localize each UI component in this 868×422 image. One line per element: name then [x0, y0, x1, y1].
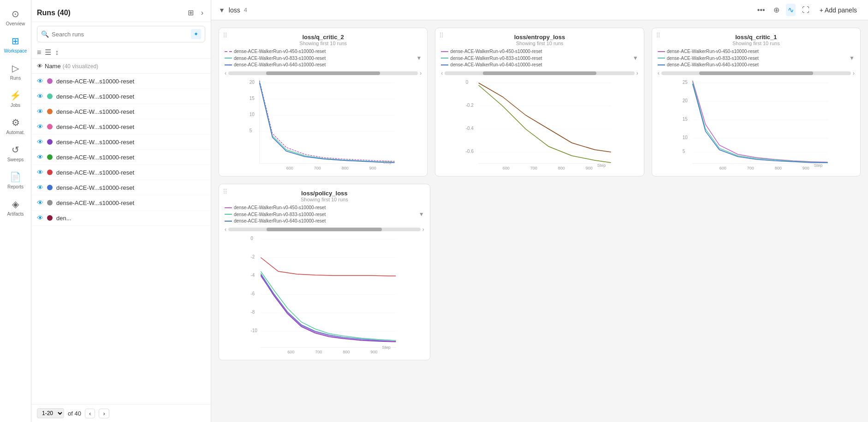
- chart-scroll: ‹ ›: [225, 226, 424, 233]
- svg-text:-10: -10: [250, 328, 257, 333]
- svg-text:700: 700: [530, 166, 537, 170]
- legend-item: dense-ACE-WalkerRun-v0-640-s10000-reset: [225, 218, 424, 223]
- table-icon-button[interactable]: ⊞: [186, 7, 196, 18]
- sidebar-item-automations[interactable]: ⚙Automat.: [0, 112, 31, 140]
- edit-button[interactable]: ✎: [398, 32, 405, 40]
- scroll-left-button[interactable]: ‹: [658, 70, 660, 76]
- more-button[interactable]: •••: [632, 32, 640, 40]
- next-page-button[interactable]: ›: [99, 409, 109, 418]
- scroll-left-button[interactable]: ‹: [225, 70, 226, 76]
- sidebar-item-runs[interactable]: ▷Runs: [0, 58, 31, 85]
- expand-button[interactable]: ⛶: [407, 32, 414, 40]
- charts-grid-bottom: ⠿ loss/policy_loss Showing first 10 runs…: [219, 184, 861, 360]
- filter-icon-button[interactable]: ✦: [191, 29, 201, 39]
- left-panel: Runs (40) ⊞ › 🔍 ✦ ≡ ☰ ↕ 👁 Name (40 visua…: [31, 0, 211, 422]
- copy-button[interactable]: ⧉: [600, 32, 606, 40]
- svg-text:0: 0: [466, 80, 469, 85]
- legend-expand-icon[interactable]: ▼: [849, 55, 855, 61]
- run-color-dot: [47, 154, 53, 160]
- eye-icon: 👁: [37, 199, 43, 206]
- run-color-dot: [47, 185, 53, 190]
- legend-expand-icon[interactable]: ▼: [633, 55, 638, 61]
- more-options-button[interactable]: •••: [755, 4, 767, 16]
- sidebar-item-jobs[interactable]: ⚡Jobs: [0, 85, 31, 112]
- section-name: loss: [229, 6, 240, 14]
- legend-color: [441, 51, 448, 52]
- sidebar-item-artifacts[interactable]: ◈Artifacts: [0, 194, 31, 221]
- smoothing-button[interactable]: ∿: [786, 4, 796, 16]
- run-item[interactable]: 👁 dense-ACE-W...s10000-reset: [31, 165, 211, 180]
- filter-toolbar-icon[interactable]: ≡: [37, 48, 41, 57]
- legend-label: dense-ACE-WalkerRun-v0-450-s10000-reset: [450, 49, 542, 54]
- edit-button[interactable]: ✎: [615, 32, 621, 40]
- artifacts-icon: ◈: [12, 199, 19, 210]
- legend-expand-icon[interactable]: ▼: [419, 211, 424, 217]
- drag-handle[interactable]: ⠿: [223, 188, 227, 195]
- legend-color: [658, 58, 665, 59]
- run-color-dot: [47, 170, 53, 175]
- sidebar-item-workspace[interactable]: ⊞Workspace: [0, 31, 31, 58]
- search-bar: 🔍 ✦: [37, 26, 205, 42]
- run-item[interactable]: 👁 dense-ACE-W...s10000-reset: [31, 180, 211, 195]
- search-input[interactable]: [52, 31, 188, 38]
- drag-handle[interactable]: ⠿: [439, 32, 444, 39]
- prev-page-button[interactable]: ‹: [85, 409, 95, 418]
- sidebar-item-reports[interactable]: 📄Reports: [0, 167, 31, 194]
- sidebar-item-overview[interactable]: ⊙Overview: [0, 4, 31, 31]
- run-item[interactable]: 👁 dense-ACE-W...s10000-reset: [31, 135, 211, 150]
- expand-button[interactable]: ⛶: [623, 32, 630, 40]
- page-range-select[interactable]: 1-20 1-40: [37, 408, 64, 418]
- fullscreen-button[interactable]: ⛶: [800, 4, 811, 16]
- scroll-right-button[interactable]: ›: [636, 70, 638, 76]
- run-item[interactable]: 👁 dense-ACE-W...s10000-reset: [31, 104, 211, 119]
- scroll-right-button[interactable]: ›: [853, 70, 855, 76]
- sidebar-item-sweeps[interactable]: ↺Sweeps: [0, 140, 31, 167]
- crosshair-button[interactable]: ⊕: [772, 4, 781, 16]
- sidebar-item-label-workspace: Workspace: [4, 48, 27, 53]
- drag-handle[interactable]: ⠿: [223, 32, 227, 39]
- section-toggle[interactable]: ▼ loss 4: [219, 6, 247, 14]
- svg-text:800: 800: [558, 166, 565, 170]
- workspace-icon: ⊞: [12, 35, 19, 47]
- expand-icon-button[interactable]: ›: [199, 8, 205, 18]
- copy-button[interactable]: ⧉: [384, 32, 390, 40]
- legend-item: dense-ACE-WalkerRun-v0-833-s10000-reset …: [658, 55, 855, 61]
- scroll-left-button[interactable]: ‹: [441, 70, 443, 76]
- add-panels-button[interactable]: + Add panels: [816, 5, 861, 16]
- run-item[interactable]: 👁 dense-ACE-W...s10000-reset: [31, 150, 211, 165]
- section-count: 4: [244, 6, 247, 13]
- run-item[interactable]: 👁 den...: [31, 211, 211, 226]
- share-button[interactable]: ↑: [392, 32, 397, 40]
- runs-title: Runs (40): [37, 9, 71, 17]
- scroll-right-button[interactable]: ›: [420, 70, 422, 76]
- columns-toolbar-icon[interactable]: ☰: [45, 48, 51, 57]
- scroll-right-button[interactable]: ›: [422, 226, 424, 233]
- run-color-dot: [47, 124, 53, 129]
- chart-subtitle: Showing first 10 runs: [658, 41, 855, 46]
- drag-handle[interactable]: ⠿: [656, 32, 660, 39]
- chart-legend: dense-ACE-WalkerRun-v0-450-s10000-reset …: [441, 49, 638, 67]
- chart-subtitle: Showing first 10 runs: [225, 197, 424, 202]
- run-name: dense-ACE-W...s10000-reset: [56, 169, 134, 176]
- legend-expand-icon[interactable]: ▼: [416, 55, 422, 61]
- scroll-left-button[interactable]: ‹: [225, 226, 226, 233]
- sort-toolbar-icon[interactable]: ↕: [55, 48, 59, 57]
- run-item[interactable]: 👁 dense-ACE-W...s10000-reset: [31, 195, 211, 211]
- run-item[interactable]: 👁 dense-ACE-W...s10000-reset: [31, 89, 211, 104]
- legend-label: dense-ACE-WalkerRun-v0-833-s10000-reset: [234, 212, 326, 217]
- svg-text:900: 900: [802, 166, 809, 170]
- more-button[interactable]: •••: [416, 32, 424, 40]
- legend-color: [225, 214, 232, 215]
- eye-icon: 👁: [37, 184, 43, 191]
- run-item[interactable]: 👁 dense-ACE-W...s10000-reset: [31, 74, 211, 89]
- svg-text:Step: Step: [597, 163, 606, 168]
- left-panel-header: Runs (40) ⊞ ›: [31, 0, 211, 22]
- eye-icon: 👁: [37, 214, 43, 222]
- main-header-right: ••• ⊕ ∿ ⛶ + Add panels: [755, 4, 861, 16]
- chart-q-critic-2: ⠿ ⧉ ↑ ✎ ⛶ ••• loss/q_critic_2 Showing fi…: [219, 28, 428, 176]
- run-item[interactable]: 👁 dense-ACE-W...s10000-reset: [31, 119, 211, 135]
- svg-text:20: 20: [682, 98, 688, 103]
- header-actions: ⊞ ›: [186, 7, 205, 18]
- main-content: ▼ loss 4 ••• ⊕ ∿ ⛶ + Add panels ⠿ ⧉ ↑ ✎ …: [211, 0, 868, 422]
- share-button[interactable]: ↑: [608, 32, 613, 40]
